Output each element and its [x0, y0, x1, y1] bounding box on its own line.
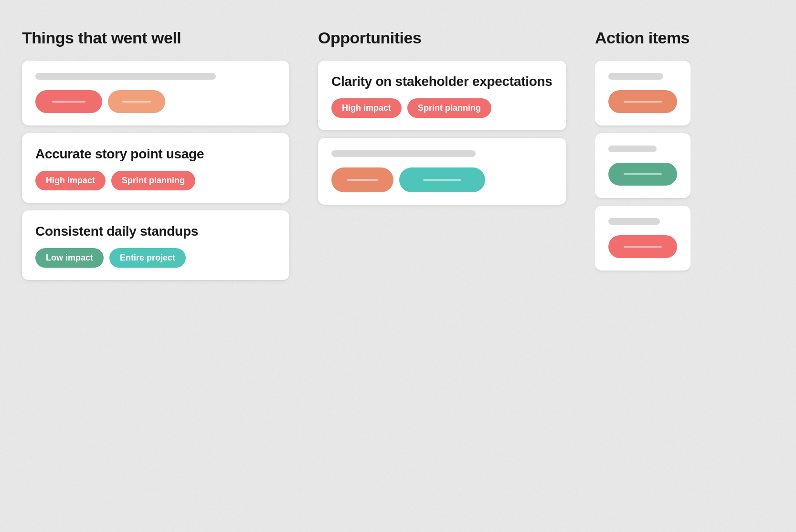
cards-container-action-items	[595, 61, 690, 271]
tag-action-coral-1	[608, 90, 677, 113]
column-action-items: Action items	[595, 29, 690, 532]
tag-high-impact-2[interactable]: High impact	[331, 98, 402, 118]
card-title-standups: Consistent daily standups	[35, 223, 276, 240]
card-consistent-standups: Consistent daily standups Low impact Ent…	[22, 210, 289, 280]
placeholder-bar-action-3	[608, 218, 660, 225]
placeholder-bar	[35, 73, 216, 80]
tags-action-1	[608, 90, 677, 113]
placeholder-bar-2	[331, 150, 476, 157]
tags	[35, 90, 276, 113]
card-accurate-story: Accurate story point usage High impact S…	[22, 133, 289, 203]
cards-container-went-well: Accurate story point usage High impact S…	[22, 61, 289, 280]
placeholder-bar-action-2	[608, 146, 657, 152]
card-title-accurate-story: Accurate story point usage	[35, 146, 276, 162]
tags-action-3	[608, 235, 677, 258]
column-title-opportunities: Opportunities	[318, 29, 566, 47]
card-title-clarity: Clarity on stakeholder expectations	[331, 73, 553, 90]
card-action-1	[595, 61, 690, 125]
tags-accurate-story: High impact Sprint planning	[35, 171, 276, 190]
layout: Things that went well Accurate story poi…	[0, 0, 796, 532]
card-placeholder-2	[318, 138, 566, 205]
card-action-2	[595, 133, 690, 198]
tag-action-red-1	[608, 235, 677, 258]
column-went-well: Things that went well Accurate story poi…	[22, 29, 289, 532]
card-placeholder-1	[22, 61, 289, 125]
tags-clarity: High impact Sprint planning	[331, 98, 553, 118]
tag-low-impact[interactable]: Low impact	[35, 248, 104, 268]
column-title-action-items: Action items	[595, 29, 690, 47]
tag-placeholder-salmon	[108, 90, 165, 113]
column-title-went-well: Things that went well	[22, 29, 289, 47]
tag-placeholder-coral	[331, 167, 393, 192]
tags-placeholder-2	[331, 167, 553, 192]
tag-sprint-planning-2[interactable]: Sprint planning	[407, 98, 491, 118]
tags-standups: Low impact Entire project	[35, 248, 276, 268]
tag-high-impact-1[interactable]: High impact	[35, 171, 106, 190]
column-opportunities: Opportunities Clarity on stakeholder exp…	[318, 29, 566, 532]
tag-placeholder-red	[35, 90, 102, 113]
tag-sprint-planning-1[interactable]: Sprint planning	[111, 171, 195, 190]
tag-action-green-1	[608, 163, 677, 186]
placeholder-bar-action-1	[608, 73, 663, 80]
tag-entire-project[interactable]: Entire project	[109, 248, 186, 268]
cards-container-opportunities: Clarity on stakeholder expectations High…	[318, 61, 566, 205]
card-action-3	[595, 206, 690, 271]
tags-action-2	[608, 163, 677, 186]
tag-placeholder-teal	[399, 167, 485, 192]
card-clarity-stakeholder: Clarity on stakeholder expectations High…	[318, 61, 566, 130]
